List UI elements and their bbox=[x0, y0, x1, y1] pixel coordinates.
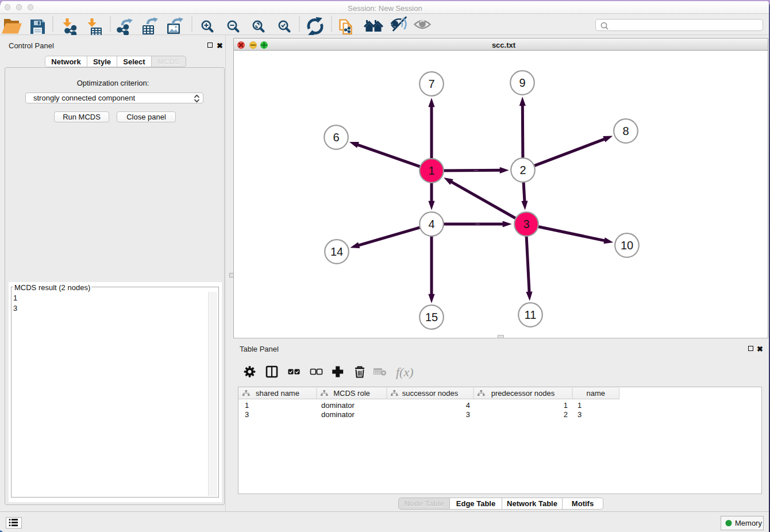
svg-text:4: 4 bbox=[428, 218, 434, 230]
svg-text:15: 15 bbox=[425, 311, 438, 323]
svg-text:10: 10 bbox=[621, 239, 633, 252]
svg-text:1: 1 bbox=[428, 164, 434, 177]
svg-text:Memory: Memory bbox=[735, 519, 762, 527]
svg-text:2: 2 bbox=[519, 164, 526, 176]
svg-text:9: 9 bbox=[519, 76, 525, 89]
svg-text:14: 14 bbox=[330, 245, 343, 258]
svg-text:f(x): f(x) bbox=[396, 365, 414, 379]
svg-text:3: 3 bbox=[523, 218, 529, 230]
svg-text:6: 6 bbox=[333, 131, 339, 144]
svg-text:8: 8 bbox=[622, 125, 629, 137]
svg-text:11: 11 bbox=[525, 309, 537, 321]
svg-text:7: 7 bbox=[428, 78, 434, 90]
